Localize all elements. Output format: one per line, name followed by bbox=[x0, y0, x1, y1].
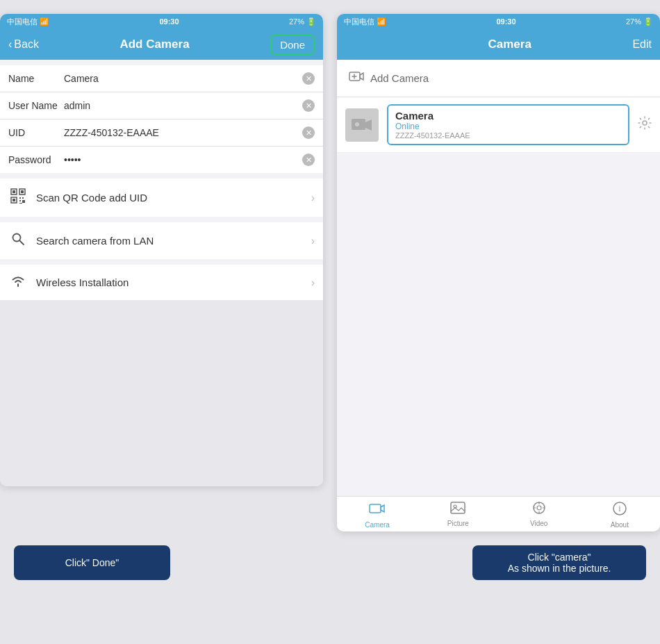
password-input[interactable] bbox=[64, 154, 302, 165]
done-button[interactable]: Done bbox=[270, 35, 315, 55]
add-camera-label: Add Camera bbox=[370, 72, 429, 84]
svg-rect-5 bbox=[13, 199, 15, 201]
status-bar-left: 中国电信 📶 09:30 27% 🔋 bbox=[0, 14, 323, 29]
camera-list-area: Add Camera Camera Online ZZZZ-450132-EAA… bbox=[337, 60, 660, 496]
edit-button[interactable]: Edit bbox=[632, 38, 652, 51]
svg-point-19 bbox=[355, 122, 359, 126]
svg-rect-10 bbox=[19, 203, 22, 204]
nav-title-left: Add Camera bbox=[119, 38, 189, 51]
wireless-label: Wireless Installation bbox=[36, 276, 311, 288]
camera-list-item[interactable]: Camera Online ZZZZ-450132-EAAAE bbox=[337, 97, 660, 153]
svg-text:i: i bbox=[618, 504, 621, 513]
camera-empty-space bbox=[337, 153, 660, 496]
menu-section: Scan QR Code add UID › bbox=[0, 179, 323, 217]
wifi-icon bbox=[8, 274, 28, 290]
scan-qr-row[interactable]: Scan QR Code add UID › bbox=[0, 179, 323, 217]
svg-rect-3 bbox=[21, 190, 24, 193]
svg-rect-7 bbox=[19, 200, 21, 201]
password-clear-button[interactable]: ✕ bbox=[302, 154, 315, 166]
tab-picture[interactable]: Picture bbox=[437, 501, 479, 529]
instruction-row: Click" Done" Click "camera" As shown in … bbox=[14, 545, 646, 580]
gray-content-area bbox=[0, 300, 323, 486]
scan-chevron-icon: › bbox=[311, 192, 315, 204]
tab-bar: Camera Picture bbox=[337, 496, 660, 531]
battery-sym-right: 🔋 bbox=[643, 17, 653, 26]
left-instruction-banner[interactable]: Click" Done" bbox=[14, 545, 170, 580]
password-row: Password ✕ bbox=[0, 147, 323, 173]
wireless-row[interactable]: Wireless Installation › bbox=[0, 265, 323, 300]
back-chevron-icon: ‹ bbox=[8, 38, 12, 51]
back-label: Back bbox=[14, 38, 39, 51]
nav-bar-right: Camera Edit bbox=[337, 29, 660, 60]
video-tab-icon bbox=[531, 501, 547, 518]
signal-icon-right: 📶 bbox=[377, 17, 386, 26]
nav-bar-left: ‹ Back Add Camera Done bbox=[0, 29, 323, 60]
svg-marker-18 bbox=[365, 119, 372, 131]
about-tab-label: About bbox=[611, 521, 629, 529]
svg-point-20 bbox=[643, 121, 647, 125]
status-bar-right: 中国电信 📶 09:30 27% 🔋 bbox=[337, 14, 660, 29]
status-left: 中国电信 📶 bbox=[7, 17, 49, 27]
camera-thumbnail bbox=[345, 108, 379, 142]
name-row: Name ✕ bbox=[0, 65, 323, 92]
password-label: Password bbox=[8, 154, 64, 165]
right-phone: 中国电信 📶 09:30 27% 🔋 Camera Edit bbox=[337, 14, 660, 531]
uid-row: UID ✕ bbox=[0, 119, 323, 147]
scan-qr-label: Scan QR Code add UID bbox=[36, 192, 311, 204]
wireless-chevron-icon: › bbox=[311, 276, 315, 289]
time-left: 09:30 bbox=[159, 17, 179, 26]
search-section: Search camera from LAN › bbox=[0, 222, 323, 259]
qr-code-icon bbox=[8, 188, 28, 207]
camera-name: Camera bbox=[395, 110, 621, 122]
camera-uid: ZZZZ-450132-EAAAE bbox=[395, 131, 621, 140]
battery-icon-left: 27% bbox=[289, 17, 304, 26]
name-clear-button[interactable]: ✕ bbox=[302, 72, 315, 85]
tab-about[interactable]: i About bbox=[599, 501, 641, 529]
carrier-right: 中国电信 bbox=[344, 17, 374, 27]
svg-rect-21 bbox=[370, 504, 381, 513]
svg-line-12 bbox=[20, 241, 24, 245]
back-button[interactable]: ‹ Back bbox=[8, 38, 39, 51]
search-lan-row[interactable]: Search camera from LAN › bbox=[0, 222, 323, 259]
username-label: User Name bbox=[8, 100, 64, 111]
left-phone: 中国电信 📶 09:30 27% 🔋 ‹ Back Add Camera Don… bbox=[0, 14, 323, 486]
camera-info-box[interactable]: Camera Online ZZZZ-450132-EAAAE bbox=[387, 104, 629, 145]
search-lan-label: Search camera from LAN bbox=[36, 235, 311, 247]
status-right-right: 27% 🔋 bbox=[626, 17, 653, 26]
right-instruction-banner[interactable]: Click "camera" As shown in the picture. bbox=[472, 545, 646, 580]
add-camera-form: Name ✕ User Name ✕ UID ✕ Password ✕ bbox=[0, 65, 323, 173]
battery-right: 27% bbox=[626, 17, 641, 26]
about-tab-icon: i bbox=[612, 501, 627, 520]
username-input[interactable] bbox=[64, 100, 302, 111]
time-right: 09:30 bbox=[496, 17, 515, 26]
uid-input[interactable] bbox=[64, 127, 302, 138]
uid-clear-button[interactable]: ✕ bbox=[302, 126, 315, 139]
camera-tab-label: Camera bbox=[365, 521, 390, 529]
svg-rect-23 bbox=[451, 502, 465, 513]
divider-2 bbox=[0, 217, 323, 222]
divider-1 bbox=[0, 173, 323, 179]
svg-point-26 bbox=[537, 506, 541, 510]
svg-point-11 bbox=[13, 234, 21, 242]
svg-rect-1 bbox=[13, 190, 15, 193]
tab-camera[interactable]: Camera bbox=[356, 501, 398, 529]
wireless-section: Wireless Installation › bbox=[0, 265, 323, 300]
svg-rect-8 bbox=[22, 197, 24, 199]
svg-rect-6 bbox=[19, 197, 21, 199]
carrier-left: 中国电信 bbox=[7, 17, 38, 27]
camera-status-badge: Online bbox=[395, 122, 621, 131]
camera-tab-icon bbox=[369, 501, 386, 520]
divider-3 bbox=[0, 259, 323, 265]
status-left-right: 中国电信 📶 bbox=[344, 17, 386, 27]
video-tab-label: Video bbox=[530, 520, 547, 527]
name-input[interactable] bbox=[64, 73, 302, 84]
search-chevron-icon: › bbox=[311, 235, 315, 247]
add-camera-row[interactable]: Add Camera bbox=[337, 60, 660, 97]
tab-video[interactable]: Video bbox=[518, 501, 560, 529]
svg-rect-9 bbox=[22, 200, 25, 203]
gear-icon[interactable] bbox=[638, 116, 652, 133]
name-label: Name bbox=[8, 73, 64, 84]
username-clear-button[interactable]: ✕ bbox=[302, 99, 315, 112]
uid-label: UID bbox=[8, 127, 64, 138]
signal-icon-left: 📶 bbox=[40, 17, 49, 26]
